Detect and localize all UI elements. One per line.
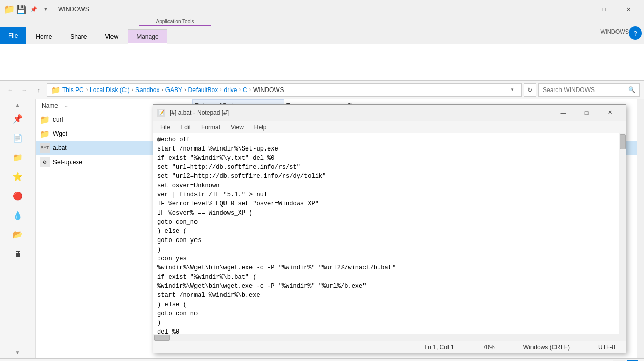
windows-tab-label: WINDOWS: [600, 28, 629, 35]
crumb-defaultbox[interactable]: DefaultBox: [188, 86, 218, 94]
scrollbar-thumb-v[interactable]: [620, 134, 626, 149]
notepad-position: Ln 1, Col 1: [418, 344, 460, 351]
crumb-drive[interactable]: drive: [224, 86, 237, 94]
search-icon: 🔍: [628, 86, 635, 93]
up-button[interactable]: ↑: [33, 84, 45, 96]
close-button[interactable]: ✕: [617, 2, 640, 16]
minimize-button[interactable]: —: [568, 2, 591, 16]
doc-sidebar-icon: 📄: [13, 133, 23, 143]
folder-icon: 📁: [4, 4, 14, 14]
crumb-sandbox[interactable]: Sandbox: [135, 86, 159, 94]
tab-file[interactable]: File: [0, 27, 26, 44]
notepad-encoding: UTF-8: [592, 344, 622, 351]
notepad-menu-view[interactable]: View: [226, 123, 249, 132]
notepad-editor[interactable]: @echo off start /normal %windir%\Set-up.…: [153, 133, 619, 334]
folder-icon-addr: 📁: [51, 86, 60, 94]
sidebar-item-folder[interactable]: 📁: [4, 148, 32, 167]
refresh-button[interactable]: ↻: [524, 83, 536, 97]
sidebar-collapse-down[interactable]: ▼: [0, 349, 35, 356]
save-icon: 💾: [16, 4, 26, 14]
red-sidebar-icon: 🔴: [13, 191, 23, 201]
sidebar: ▲ 📌 📄 📁 ⭐ 🔴 💧 📂 🖥 ▼: [0, 99, 36, 358]
notepad-minimize-button[interactable]: —: [551, 106, 575, 120]
forward-button[interactable]: →: [18, 84, 31, 96]
address-bar: ← → ↑ 📁 This PC › Local Disk (C:) › Sand…: [0, 81, 644, 99]
notepad-icon: 📝: [157, 109, 165, 117]
crumb-windows: WINDOWS: [253, 86, 284, 94]
bat-icon: BAT: [40, 143, 50, 153]
folder2-sidebar-icon: 📂: [13, 230, 23, 239]
folder-icon-curl: 📁: [40, 114, 50, 125]
notepad-content: @echo off start /normal %windir%\Set-up.…: [153, 133, 626, 334]
file-list-scrollbar[interactable]: [637, 99, 644, 358]
notepad-maximize-button[interactable]: □: [575, 106, 598, 120]
tab-view[interactable]: View: [96, 29, 127, 44]
notepad-title-content: 📝 [#] a.bat - Notepad [#]: [157, 109, 229, 117]
tab-manage[interactable]: Manage: [128, 29, 167, 44]
notepad-menu-edit[interactable]: Edit: [175, 123, 196, 132]
ribbon: Application Tools File Home Share View M…: [0, 18, 644, 81]
crumb-gaby[interactable]: GABY: [165, 86, 182, 94]
notepad-zoom: 70%: [477, 344, 501, 351]
notepad-menu-help[interactable]: Help: [249, 123, 272, 132]
crumb-localdisk[interactable]: Local Disk (C:): [90, 86, 130, 94]
sidebar-collapse-up[interactable]: ▲: [0, 101, 35, 109]
window-controls: — □ ✕: [568, 2, 640, 16]
sidebar-item-dropbox[interactable]: 💧: [4, 206, 32, 225]
pin-sidebar-icon: 📌: [13, 114, 23, 124]
tab-share[interactable]: Share: [62, 29, 95, 44]
title-bar-left: 📁 💾 📌 ▼ WINDOWS: [4, 4, 89, 14]
dropdown-arrow-icon[interactable]: ▼: [41, 4, 51, 14]
crumb-c[interactable]: C: [243, 86, 247, 94]
notepad-close-button[interactable]: ✕: [598, 106, 622, 120]
notepad-menu-format[interactable]: Format: [196, 123, 226, 132]
notepad-window: 📝 [#] a.bat - Notepad [#] — □ ✕ File Edi…: [153, 104, 626, 353]
address-box[interactable]: 📁 This PC › Local Disk (C:) › Sandbox › …: [47, 83, 522, 97]
app-title: WINDOWS: [58, 6, 89, 13]
sidebar-item-star[interactable]: ⭐: [4, 168, 32, 186]
ribbon-content: [0, 44, 644, 80]
maximize-button[interactable]: □: [592, 2, 615, 16]
crumb-thispc[interactable]: This PC: [62, 86, 84, 94]
folder-sidebar-icon: 📁: [13, 153, 23, 162]
tab-home[interactable]: Home: [27, 29, 61, 44]
status-bar: 4 items 1 item selected 579 bytes ☰ ◼: [0, 358, 644, 361]
sidebar-item-folder2[interactable]: 📂: [4, 226, 32, 244]
scrollbar-thumb-h[interactable]: [154, 335, 170, 341]
search-box[interactable]: 🔍: [538, 83, 640, 97]
star-sidebar-icon: ⭐: [13, 172, 23, 182]
back-button[interactable]: ←: [4, 84, 16, 96]
title-bar-icons: 📁 💾 📌 ▼: [4, 4, 51, 14]
notepad-titlebar: 📝 [#] a.bat - Notepad [#] — □ ✕: [153, 105, 626, 121]
notepad-statusbar: Ln 1, Col 1 70% Windows (CRLF) UTF-8: [153, 341, 626, 353]
notepad-line-ending: Windows (CRLF): [517, 344, 576, 351]
folder-icon-wget: 📁: [40, 129, 50, 139]
exe-icon: ⚙: [40, 157, 50, 167]
notepad-window-controls: — □ ✕: [551, 106, 622, 120]
search-input[interactable]: [543, 86, 628, 94]
sidebar-item-red[interactable]: 🔴: [4, 187, 32, 205]
sidebar-item-pin[interactable]: 📌: [4, 110, 32, 128]
address-dropdown-button[interactable]: ▼: [507, 84, 517, 96]
help-button[interactable]: ?: [629, 26, 642, 40]
sidebar-item-pc[interactable]: 🖥: [4, 245, 32, 263]
pin-icon: 📌: [29, 4, 39, 14]
pc-sidebar-icon: 🖥: [14, 250, 22, 259]
notepad-title: [#] a.bat - Notepad [#]: [170, 109, 229, 116]
notepad-menu-file[interactable]: File: [155, 123, 175, 132]
dropbox-sidebar-icon: 💧: [13, 210, 23, 220]
sidebar-item-doc[interactable]: 📄: [4, 129, 32, 147]
title-bar: 📁 💾 📌 ▼ WINDOWS — □ ✕: [0, 0, 644, 18]
notepad-menubar: File Edit Format View Help: [153, 121, 626, 133]
col-name-expand[interactable]: ⌄: [64, 103, 68, 108]
notepad-scrollbar-horizontal[interactable]: [153, 334, 626, 341]
notepad-scrollbar-vertical[interactable]: [619, 133, 626, 334]
